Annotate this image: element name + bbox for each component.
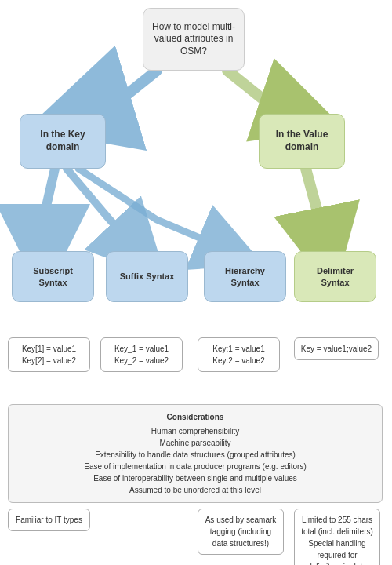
delimiter-syntax-box: DelimiterSyntax [294,251,376,302]
subscript-example-text: Key[1] = value1Key[2] = value2 [22,344,76,365]
top-box: How to model multi-valued attributes in … [143,8,245,71]
bottom-note-1-text: Familiar to IT types [16,516,82,524]
subscript-example: Key[1] = value1Key[2] = value2 [8,337,90,372]
delimiter-label: DelimiterSyntax [317,265,354,288]
suffix-example-text: Key_1 = value1Key_2 = value2 [114,344,169,365]
considerations-title: Considerations [18,411,372,423]
bottom-note-2: As used by seamarktagging (includingdata… [198,508,284,555]
subscript-syntax-box: SubscriptSyntax [12,251,94,302]
hierarchy-example: Key:1 = value1Key:2 = value2 [198,337,280,372]
key-domain-label: In the Keydomain [40,129,85,153]
bottom-note-1: Familiar to IT types [8,508,90,531]
bottom-note-3: Limited to 255 charstotal (incl. delimit… [294,508,380,565]
bottom-note-2-text: As used by seamarktagging (includingdata… [205,516,277,548]
hierarchy-syntax-box: HierarchySyntax [204,251,286,302]
suffix-syntax-box: Suffix Syntax [106,251,188,302]
considerations-box: Considerations Human comprehensibility M… [8,404,383,503]
hierarchy-example-text: Key:1 = value1Key:2 = value2 [212,344,264,365]
top-box-label: How to model multi-valued attributes in … [151,21,236,58]
hierarchy-label: HierarchySyntax [225,265,265,288]
delimiter-example-text: Key = value1;value2 [301,344,372,353]
delimiter-example: Key = value1;value2 [294,337,379,360]
diagram-container: How to model multi-valued attributes in … [0,0,392,565]
suffix-label: Suffix Syntax [120,271,175,282]
suffix-example: Key_1 = value1Key_2 = value2 [100,337,183,372]
key-domain-box: In the Keydomain [20,114,106,169]
considerations-items: Human comprehensibility Machine parseabi… [18,425,372,496]
value-domain-label: In the Valuedomain [276,129,328,153]
bottom-note-3-text: Limited to 255 charstotal (incl. delimit… [301,516,373,565]
value-domain-box: In the Valuedomain [259,114,345,169]
subscript-label: SubscriptSyntax [33,265,73,288]
